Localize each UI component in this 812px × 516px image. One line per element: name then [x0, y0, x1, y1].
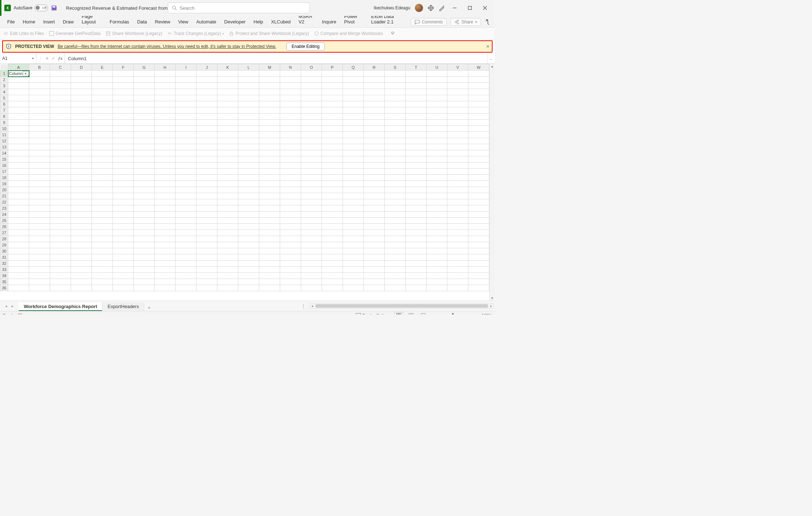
- cell-N21[interactable]: [280, 193, 301, 199]
- cell-H15[interactable]: [155, 156, 176, 163]
- cell-L19[interactable]: [238, 181, 259, 187]
- cell-D9[interactable]: [71, 120, 92, 126]
- cell-M2[interactable]: [259, 77, 280, 83]
- cell-P8[interactable]: [322, 114, 343, 120]
- cell-A17[interactable]: [8, 169, 29, 175]
- cell-H18[interactable]: [155, 175, 176, 181]
- cell-K22[interactable]: [217, 199, 238, 205]
- cell-U3[interactable]: [427, 83, 447, 89]
- cell-K25[interactable]: [217, 218, 238, 224]
- cell-O3[interactable]: [301, 83, 322, 89]
- row-header-15[interactable]: 15: [0, 156, 8, 163]
- zoom-in-button[interactable]: ＋: [474, 312, 478, 315]
- cell-K32[interactable]: [217, 261, 238, 267]
- cell-R24[interactable]: [364, 212, 385, 218]
- cell-R4[interactable]: [364, 89, 385, 95]
- cell-O28[interactable]: [301, 236, 322, 242]
- cell-U23[interactable]: [427, 205, 447, 212]
- cell-V27[interactable]: [447, 230, 468, 236]
- cell-O8[interactable]: [301, 114, 322, 120]
- cell-E20[interactable]: [92, 187, 113, 193]
- cell-R6[interactable]: [364, 101, 385, 107]
- cell-O35[interactable]: [301, 279, 322, 285]
- cell-R27[interactable]: [364, 230, 385, 236]
- row-header-32[interactable]: 32: [0, 261, 8, 267]
- cell-F22[interactable]: [113, 199, 134, 205]
- cell-G10[interactable]: [134, 126, 155, 132]
- cell-V26[interactable]: [447, 224, 468, 230]
- cell-P12[interactable]: [322, 138, 343, 144]
- cell-C11[interactable]: [50, 132, 71, 138]
- cell-D16[interactable]: [71, 163, 92, 169]
- cell-S18[interactable]: [385, 175, 406, 181]
- cell-N36[interactable]: [280, 285, 301, 291]
- cell-A16[interactable]: [8, 163, 29, 169]
- cell-A20[interactable]: [8, 187, 29, 193]
- cell-N7[interactable]: [280, 107, 301, 114]
- cell-V7[interactable]: [447, 107, 468, 114]
- cell-I20[interactable]: [176, 187, 197, 193]
- formula-input[interactable]: Column1: [65, 53, 487, 63]
- cell-L25[interactable]: [238, 218, 259, 224]
- cell-F18[interactable]: [113, 175, 134, 181]
- cell-C2[interactable]: [50, 77, 71, 83]
- row-header-7[interactable]: 7: [0, 107, 8, 114]
- cell-L35[interactable]: [238, 279, 259, 285]
- cell-G17[interactable]: [134, 169, 155, 175]
- cell-G9[interactable]: [134, 120, 155, 126]
- cell-I4[interactable]: [176, 89, 197, 95]
- cell-T6[interactable]: [406, 101, 427, 107]
- cell-F14[interactable]: [113, 150, 134, 156]
- cell-H31[interactable]: [155, 254, 176, 261]
- cell-R1[interactable]: [364, 71, 385, 77]
- row-header-29[interactable]: 29: [0, 242, 8, 248]
- cell-L31[interactable]: [238, 254, 259, 261]
- cell-H11[interactable]: [155, 132, 176, 138]
- cell-K26[interactable]: [217, 224, 238, 230]
- cell-N33[interactable]: [280, 267, 301, 273]
- view-normal-icon[interactable]: [394, 312, 403, 315]
- cell-B2[interactable]: [29, 77, 50, 83]
- cell-C12[interactable]: [50, 138, 71, 144]
- cell-J24[interactable]: [197, 212, 217, 218]
- cell-U32[interactable]: [427, 261, 447, 267]
- cell-W17[interactable]: [468, 169, 489, 175]
- cell-U22[interactable]: [427, 199, 447, 205]
- cell-D14[interactable]: [71, 150, 92, 156]
- cell-H34[interactable]: [155, 273, 176, 279]
- cell-P2[interactable]: [322, 77, 343, 83]
- cell-O34[interactable]: [301, 273, 322, 279]
- cell-M20[interactable]: [259, 187, 280, 193]
- cell-U25[interactable]: [427, 218, 447, 224]
- cell-W34[interactable]: [468, 273, 489, 279]
- cell-R18[interactable]: [364, 175, 385, 181]
- cell-D5[interactable]: [71, 95, 92, 101]
- cell-S32[interactable]: [385, 261, 406, 267]
- cell-O5[interactable]: [301, 95, 322, 101]
- cell-K10[interactable]: [217, 126, 238, 132]
- cell-F5[interactable]: [113, 95, 134, 101]
- cell-H4[interactable]: [155, 89, 176, 95]
- col-header-G[interactable]: G: [134, 64, 155, 71]
- cell-I6[interactable]: [176, 101, 197, 107]
- cell-P34[interactable]: [322, 273, 343, 279]
- pen-sparkle-icon[interactable]: [438, 5, 445, 11]
- cell-U10[interactable]: [427, 126, 447, 132]
- cell-B11[interactable]: [29, 132, 50, 138]
- cell-W4[interactable]: [468, 89, 489, 95]
- row-header-24[interactable]: 24: [0, 212, 8, 218]
- cell-G2[interactable]: [134, 77, 155, 83]
- cell-V25[interactable]: [447, 218, 468, 224]
- account-name[interactable]: Ikechukwu Edeagu: [374, 5, 410, 10]
- cell-O18[interactable]: [301, 175, 322, 181]
- cell-D19[interactable]: [71, 181, 92, 187]
- cell-O25[interactable]: [301, 218, 322, 224]
- row-header-23[interactable]: 23: [0, 205, 8, 212]
- cell-N25[interactable]: [280, 218, 301, 224]
- cell-H32[interactable]: [155, 261, 176, 267]
- cell-A33[interactable]: [8, 267, 29, 273]
- tab-automate[interactable]: Automate: [193, 17, 220, 27]
- cell-A30[interactable]: [8, 248, 29, 254]
- cell-R9[interactable]: [364, 120, 385, 126]
- cell-I15[interactable]: [176, 156, 197, 163]
